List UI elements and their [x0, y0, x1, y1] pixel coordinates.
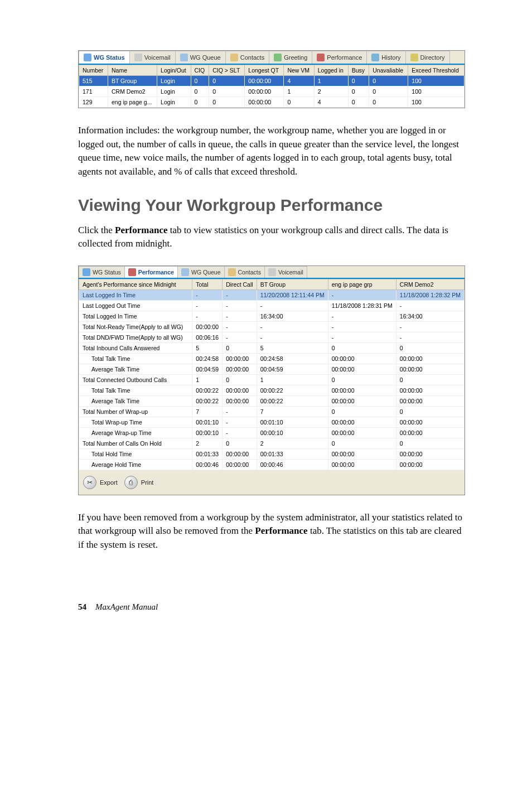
cell: 0: [396, 342, 464, 353]
cell: 11/18/2008 1:28:31 PM: [328, 300, 396, 311]
cell: 00:01:33: [192, 448, 223, 459]
col-header[interactable]: Total: [192, 279, 223, 289]
cell: 0: [369, 76, 408, 86]
cell: 00:04:59: [257, 364, 328, 374]
tab-performance[interactable]: Performance: [124, 266, 178, 278]
table-row[interactable]: Total Connected Outbound Calls10100: [79, 374, 465, 385]
cell: 515: [79, 76, 108, 86]
col-header[interactable]: CIQ: [191, 65, 209, 76]
col-header[interactable]: Busy: [348, 65, 369, 76]
table-row[interactable]: Total Inbound Calls Answered50500: [79, 342, 465, 353]
table-row[interactable]: Total Hold Time00:01:3300:00:0000:01:330…: [79, 448, 465, 459]
cell: 5: [192, 342, 223, 353]
col-header[interactable]: New VM: [284, 65, 314, 76]
cell: 1: [284, 86, 314, 97]
col-header[interactable]: Unavaliable: [369, 65, 408, 76]
tab-performance[interactable]: Performance: [312, 51, 367, 64]
tab-wg-status[interactable]: WG Status: [79, 51, 130, 64]
tab-history[interactable]: History: [366, 51, 405, 64]
table-row[interactable]: Last Logged In Time--11/20/2008 12:11:44…: [79, 289, 465, 300]
col-header[interactable]: eng ip page grp: [328, 279, 396, 289]
tab-voicemail[interactable]: Voicemail: [264, 266, 307, 278]
col-header[interactable]: CRM Demo2: [396, 279, 464, 289]
tab-label: Contacts: [238, 269, 261, 276]
table-row[interactable]: Last Logged Out Time---11/18/2008 1:28:3…: [79, 300, 465, 311]
cell: 2: [192, 438, 223, 448]
wg-queue-icon: [180, 54, 188, 61]
table-row[interactable]: 171CRM Demo2Login0000:00:001200100: [79, 86, 465, 97]
tab-wg-queue[interactable]: WG Queue: [177, 266, 225, 278]
tab-voicemail[interactable]: Voicemail: [129, 51, 176, 64]
col-header[interactable]: Number: [79, 65, 108, 76]
tab-directory[interactable]: Directory: [405, 51, 450, 64]
cell: 00:00:46: [192, 459, 223, 470]
tab-greeting[interactable]: Greeting: [269, 51, 312, 64]
table-row[interactable]: Average Talk Time00:00:2200:00:0000:00:2…: [79, 395, 465, 406]
tab-contacts[interactable]: Contacts: [225, 51, 269, 64]
wg-status-icon: [84, 54, 91, 61]
table-row[interactable]: Average Talk Time00:04:5900:00:0000:04:5…: [79, 364, 465, 374]
click-performance-para: Click the Performance tab to view statis…: [78, 224, 465, 251]
col-header[interactable]: Logged in: [314, 65, 348, 76]
tab-label: WG Queue: [191, 269, 221, 276]
cell: 00:00:00: [328, 459, 396, 470]
col-header[interactable]: Longest QT: [245, 65, 284, 76]
table-row[interactable]: Total Not-Ready Time(Apply to all WG)00:…: [79, 321, 465, 332]
cell: 100: [408, 86, 465, 97]
col-header[interactable]: CIQ > SLT: [209, 65, 245, 76]
para2-prefix: Click the: [78, 225, 115, 235]
cell: 5: [257, 342, 328, 353]
col-header[interactable]: Login/Out: [157, 65, 191, 76]
cell: -: [328, 311, 396, 321]
tab-contacts[interactable]: Contacts: [224, 266, 265, 278]
info-paragraph: Information includes: the workgroup numb…: [78, 124, 465, 179]
cell: 0: [328, 406, 396, 417]
cell: -: [328, 332, 396, 342]
table-row[interactable]: Total Talk Time00:24:5800:00:0000:24:580…: [79, 353, 465, 364]
cell: -: [223, 427, 257, 438]
tab-label: Contacts: [240, 54, 264, 61]
cell: 00:00:00: [396, 448, 464, 459]
cell: -: [192, 289, 223, 300]
table-row[interactable]: Average Wrap-up Time00:00:10-00:00:1000:…: [79, 427, 465, 438]
voicemail-icon: [268, 268, 276, 276]
cell: -: [223, 289, 257, 300]
cell: 0: [191, 86, 209, 97]
cell: Average Talk Time: [79, 395, 192, 406]
cell: -: [257, 300, 328, 311]
contacts-icon: [228, 268, 236, 276]
col-header[interactable]: Exceed Threshold: [408, 65, 465, 76]
col-header[interactable]: Direct Call: [223, 279, 257, 289]
export-button[interactable]: ✂ Export: [83, 476, 118, 489]
tab-wg-status[interactable]: WG Status: [79, 266, 125, 278]
table-row[interactable]: Total Number of Wrap-up7-700: [79, 406, 465, 417]
table-row[interactable]: Total Number of Calls On Hold20200: [79, 438, 465, 448]
cell: 00:00:00: [245, 97, 284, 108]
cell: 0: [348, 76, 369, 86]
tab-label: Performance: [138, 269, 174, 276]
cell: -: [223, 332, 257, 342]
table-row[interactable]: 129eng ip page g...Login0000:00:00040010…: [79, 97, 465, 108]
cell: 0: [209, 97, 245, 108]
table-row[interactable]: Total DND/FWD Time(Apply to all WG)00:06…: [79, 332, 465, 342]
wg-queue-icon: [181, 268, 189, 276]
cell: 2: [314, 86, 348, 97]
cell: 0: [328, 438, 396, 448]
tab-wg-queue[interactable]: WG Queue: [175, 51, 226, 64]
print-button[interactable]: ⎙ Print: [124, 476, 154, 489]
cell: 00:00:46: [257, 459, 328, 470]
table-row[interactable]: Total Talk Time00:00:2200:00:0000:00:220…: [79, 385, 465, 395]
cell: 0: [209, 86, 245, 97]
table-row[interactable]: Average Hold Time00:00:4600:00:0000:00:4…: [79, 459, 465, 470]
cell: Total DND/FWD Time(Apply to all WG): [79, 332, 192, 342]
cell: 00:00:00: [396, 364, 464, 374]
table-row[interactable]: Total Wrap-up Time00:01:10-00:01:1000:00…: [79, 417, 465, 427]
col-header[interactable]: Name: [108, 65, 157, 76]
col-header[interactable]: Agent's Performance since Midnight: [79, 279, 192, 289]
col-header[interactable]: BT Group: [257, 279, 328, 289]
cell: 00:00:00: [328, 353, 396, 364]
export-icon: ✂: [83, 476, 96, 489]
table-row[interactable]: Total Logged In Time--16:34:00-16:34:00: [79, 311, 465, 321]
tab-label: History: [381, 54, 400, 61]
table-row[interactable]: 515BT GroupLogin0000:00:004100100: [79, 76, 465, 86]
